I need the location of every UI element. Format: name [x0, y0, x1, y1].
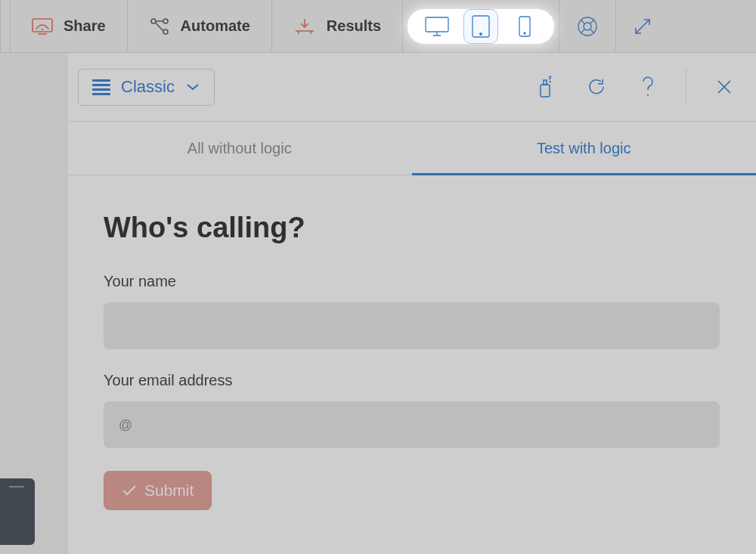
- svg-point-4: [163, 29, 168, 34]
- share-label: Share: [64, 17, 106, 35]
- theme-selector[interactable]: Classic: [78, 69, 215, 106]
- refresh-icon: [587, 77, 606, 97]
- preview-tabs: All without logic Test with logic: [67, 121, 756, 175]
- name-label: Your name: [104, 273, 720, 290]
- expand-icon: [633, 17, 652, 36]
- help-button[interactable]: [559, 0, 616, 52]
- device-tablet-button[interactable]: [463, 9, 498, 44]
- submit-button[interactable]: Submit: [104, 471, 212, 510]
- email-label: Your email address: [104, 372, 720, 389]
- svg-point-9: [524, 32, 525, 34]
- name-input[interactable]: [104, 302, 720, 349]
- submit-label: Submit: [144, 481, 194, 500]
- device-preview-group: [403, 0, 559, 52]
- svg-point-3: [163, 19, 168, 23]
- refresh-button[interactable]: [578, 69, 615, 105]
- fullscreen-button[interactable]: [616, 0, 669, 52]
- form-preview: Who's calling? Your name Your email addr…: [67, 175, 756, 540]
- email-input[interactable]: [104, 401, 720, 448]
- chevron-down-icon: [185, 82, 200, 91]
- question-icon: [640, 76, 655, 98]
- check-icon: [122, 484, 137, 497]
- spray-button[interactable]: [527, 69, 563, 105]
- svg-point-1: [42, 28, 43, 29]
- tab-label: Test with logic: [537, 140, 631, 157]
- device-desktop-button[interactable]: [420, 9, 454, 44]
- svg-rect-13: [544, 80, 547, 85]
- svg-rect-12: [541, 85, 550, 97]
- spray-icon: [535, 76, 555, 98]
- question-button[interactable]: [630, 69, 666, 105]
- svg-point-11: [584, 23, 591, 30]
- top-toolbar: Share Automate Results: [0, 0, 756, 53]
- sub-toolbar: Classic: [67, 53, 756, 121]
- main-panel: Classic: [67, 53, 756, 554]
- svg-point-2: [151, 19, 156, 23]
- results-label: Results: [327, 17, 381, 35]
- automate-button[interactable]: Automate: [128, 0, 272, 52]
- svg-rect-5: [426, 17, 448, 32]
- side-panel-stub: [0, 478, 35, 545]
- tab-label: All without logic: [187, 140, 292, 157]
- results-icon: [293, 17, 316, 36]
- tab-all-without-logic[interactable]: All without logic: [67, 122, 412, 175]
- close-button[interactable]: [706, 69, 742, 105]
- svg-point-14: [647, 94, 649, 96]
- svg-point-7: [480, 32, 482, 35]
- results-button[interactable]: Results: [272, 0, 403, 52]
- theme-label: Classic: [121, 77, 175, 97]
- theme-lines-icon: [92, 77, 110, 97]
- close-icon: [716, 79, 733, 95]
- tab-test-with-logic[interactable]: Test with logic: [412, 122, 757, 175]
- lifebuoy-icon: [576, 15, 599, 38]
- device-mobile-button[interactable]: [507, 9, 542, 44]
- share-button[interactable]: Share: [11, 0, 128, 52]
- form-title: Who's calling?: [104, 212, 720, 244]
- automate-label: Automate: [181, 17, 250, 35]
- toolbar-divider: [686, 69, 686, 105]
- toolbar-leading: [0, 0, 11, 52]
- share-icon: [32, 18, 53, 35]
- automate-icon: [149, 17, 170, 36]
